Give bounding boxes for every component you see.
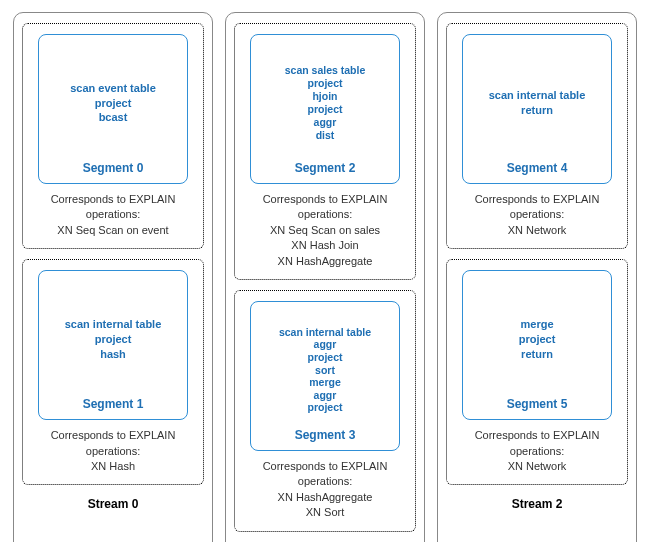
- op-line: project: [95, 332, 132, 347]
- stream-2: scan internal table return Segment 4 Cor…: [437, 12, 637, 542]
- segment-group-0: scan event table project bcast Segment 0…: [22, 23, 204, 249]
- segment-box-1: scan internal table project hash Segment…: [38, 270, 188, 420]
- explain-text: Corresponds to EXPLAIN operations: XN Se…: [243, 192, 407, 269]
- explain-line: XN Network: [455, 459, 619, 474]
- streams-container: scan event table project bcast Segment 0…: [12, 12, 638, 542]
- segment-ops: merge project return: [519, 281, 556, 397]
- segment-label: Segment 4: [507, 161, 568, 175]
- stream-label: Stream 0: [88, 497, 139, 511]
- op-line: hash: [100, 347, 126, 362]
- explain-text: Corresponds to EXPLAIN operations: XN Se…: [31, 192, 195, 238]
- explain-line: XN Network: [455, 223, 619, 238]
- stream-1: scan sales table project hjoin project a…: [225, 12, 425, 542]
- segment-box-2: scan sales table project hjoin project a…: [250, 34, 400, 184]
- op-line: project: [307, 401, 342, 414]
- explain-header: Corresponds to EXPLAIN operations:: [31, 192, 195, 223]
- explain-line: XN Seq Scan on event: [31, 223, 195, 238]
- op-line: merge: [309, 376, 341, 389]
- op-line: return: [521, 347, 553, 362]
- explain-header: Corresponds to EXPLAIN operations:: [243, 192, 407, 223]
- segment-label: Segment 3: [295, 428, 356, 442]
- segment-group-4: scan internal table return Segment 4 Cor…: [446, 23, 628, 249]
- segment-group-2: scan sales table project hjoin project a…: [234, 23, 416, 280]
- op-line: project: [307, 103, 342, 116]
- explain-line: XN Hash Join: [243, 238, 407, 253]
- op-line: aggr: [314, 389, 337, 402]
- segment-box-3: scan internal table aggr project sort me…: [250, 301, 400, 451]
- segment-label: Segment 0: [83, 161, 144, 175]
- stream-label: Stream 2: [512, 497, 563, 511]
- op-line: project: [307, 77, 342, 90]
- segment-group-1: scan internal table project hash Segment…: [22, 259, 204, 485]
- explain-header: Corresponds to EXPLAIN operations:: [455, 192, 619, 223]
- op-line: scan internal table: [279, 326, 371, 339]
- explain-line: XN Seq Scan on sales: [243, 223, 407, 238]
- explain-text: Corresponds to EXPLAIN operations: XN Ha…: [243, 459, 407, 521]
- op-line: scan sales table: [285, 64, 366, 77]
- explain-text: Corresponds to EXPLAIN operations: XN Ne…: [455, 192, 619, 238]
- explain-text: Corresponds to EXPLAIN operations: XN Ha…: [31, 428, 195, 474]
- segment-ops: scan internal table project hash: [65, 281, 162, 397]
- op-line: aggr: [314, 116, 337, 129]
- op-line: bcast: [99, 110, 128, 125]
- segment-ops: scan event table project bcast: [70, 45, 156, 161]
- explain-line: XN HashAggregate: [243, 254, 407, 269]
- op-line: project: [519, 332, 556, 347]
- segment-ops: scan internal table aggr project sort me…: [279, 312, 371, 428]
- op-line: sort: [315, 364, 335, 377]
- op-line: scan internal table: [65, 317, 162, 332]
- op-line: return: [521, 103, 553, 118]
- op-line: project: [95, 96, 132, 111]
- segment-group-5: merge project return Segment 5 Correspon…: [446, 259, 628, 485]
- explain-text: Corresponds to EXPLAIN operations: XN Ne…: [455, 428, 619, 474]
- segment-label: Segment 5: [507, 397, 568, 411]
- segment-box-4: scan internal table return Segment 4: [462, 34, 612, 184]
- segment-label: Segment 1: [83, 397, 144, 411]
- segment-box-0: scan event table project bcast Segment 0: [38, 34, 188, 184]
- op-line: scan internal table: [489, 88, 586, 103]
- segment-ops: scan internal table return: [489, 45, 586, 161]
- op-line: dist: [316, 129, 335, 142]
- segment-group-3: scan internal table aggr project sort me…: [234, 290, 416, 532]
- segment-label: Segment 2: [295, 161, 356, 175]
- op-line: merge: [520, 317, 553, 332]
- explain-header: Corresponds to EXPLAIN operations:: [455, 428, 619, 459]
- explain-header: Corresponds to EXPLAIN operations:: [243, 459, 407, 490]
- op-line: hjoin: [312, 90, 337, 103]
- segment-ops: scan sales table project hjoin project a…: [285, 45, 366, 161]
- op-line: aggr: [314, 338, 337, 351]
- explain-line: XN Sort: [243, 505, 407, 520]
- explain-header: Corresponds to EXPLAIN operations:: [31, 428, 195, 459]
- explain-line: XN Hash: [31, 459, 195, 474]
- stream-0: scan event table project bcast Segment 0…: [13, 12, 213, 542]
- explain-line: XN HashAggregate: [243, 490, 407, 505]
- op-line: scan event table: [70, 81, 156, 96]
- segment-box-5: merge project return Segment 5: [462, 270, 612, 420]
- op-line: project: [307, 351, 342, 364]
